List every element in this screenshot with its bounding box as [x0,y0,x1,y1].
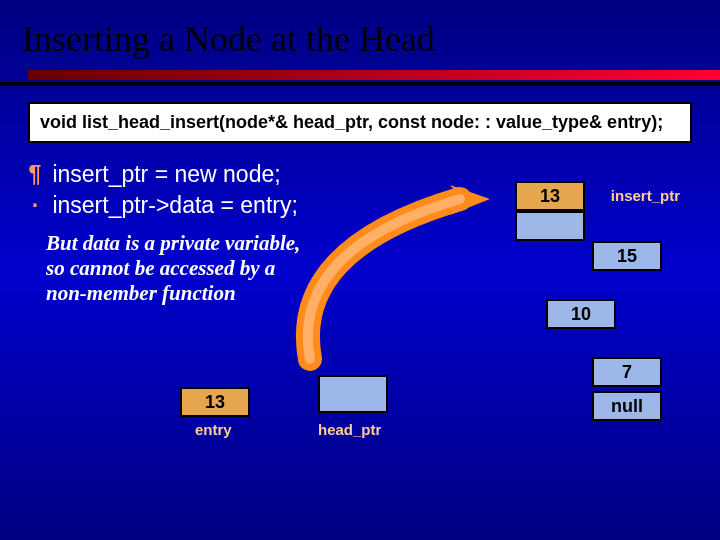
insert-ptr-label: insert_ptr [611,187,680,204]
divider [0,70,720,88]
node-13-link [515,211,585,241]
node-13: 13 [515,181,585,241]
black-bar [0,82,720,86]
entry-value-box: 13 [180,387,250,417]
bullet-1-icon: ¶ [24,159,46,190]
step-1: ¶ insert_ptr = new node; [0,159,720,190]
head-ptr-label: head_ptr [318,421,381,438]
function-signature-text: void list_head_insert(node*& head_ptr, c… [40,112,663,132]
entry-value: 13 [205,392,225,412]
step-2-text: insert_ptr->data = entry; [52,192,297,218]
node-15: 15 [592,241,662,271]
function-signature-box: void list_head_insert(node*& head_ptr, c… [28,102,692,143]
node-13-data: 13 [515,181,585,211]
node-15-data: 15 [592,241,662,271]
node-10-data: 10 [546,299,616,329]
node-null: null [592,391,662,421]
annotation-note: But data is a private variable, so canno… [0,221,320,307]
node-10: 10 [546,299,616,329]
step-1-text: insert_ptr = new node; [52,161,280,187]
node-7: 7 [592,357,662,387]
content-area: ¶ insert_ptr = new node; · insert_ptr->d… [0,159,720,529]
entry-label: entry [195,421,232,438]
bullet-2-icon: · [24,190,46,221]
red-bar [28,70,720,80]
node-7-data: 7 [592,357,662,387]
slide-title: Inserting a Node at the Head [0,0,720,70]
node-null-data: null [592,391,662,421]
head-ptr-box [318,375,388,413]
